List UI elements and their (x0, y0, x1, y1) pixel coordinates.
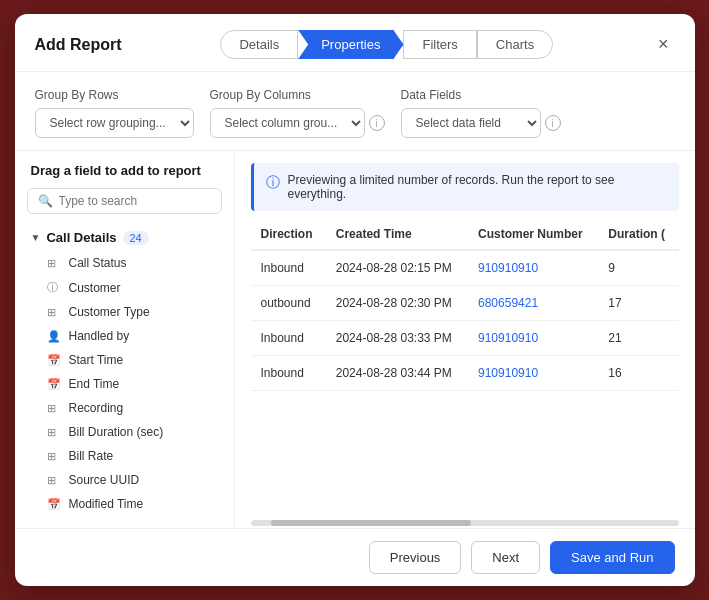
main-content: ⓘ Previewing a limited number of records… (235, 151, 695, 528)
group-by-rows-select[interactable]: Select row grouping... (35, 108, 194, 138)
sidebar-item-bill-rate[interactable]: ⊞ Bill Rate (15, 444, 234, 468)
info-circle-icon: ⓘ (47, 280, 61, 295)
step-properties[interactable]: Properties (298, 30, 403, 59)
sidebar-item-bill-duration[interactable]: ⊞ Bill Duration (sec) (15, 420, 234, 444)
col-direction: Direction (251, 219, 326, 250)
cell-duration: 21 (598, 321, 678, 356)
sidebar-title: Drag a field to add to report (15, 163, 234, 188)
data-fields-select-wrapper: Select data field i (401, 108, 561, 138)
cell-direction: Inbound (251, 356, 326, 391)
save-and-run-button[interactable]: Save and Run (550, 541, 674, 574)
table-row: Inbound2024-08-28 03:33 PM91091091021 (251, 321, 679, 356)
cell-customer-number[interactable]: 680659421 (468, 286, 598, 321)
sidebar-item-label: End Time (69, 377, 120, 391)
sidebar-item-label: Customer (69, 281, 121, 295)
group-by-columns-field: Group By Columns Select column grou... i (210, 88, 385, 138)
call-details-badge: 24 (123, 231, 149, 245)
sidebar-item-modified-time[interactable]: 📅 Modified Time (15, 492, 234, 516)
chevron-down-icon: ▼ (31, 232, 41, 243)
group-by-columns-label: Group By Columns (210, 88, 385, 102)
modal-title: Add Report (35, 36, 122, 54)
sidebar-item-label: Handled by (69, 329, 130, 343)
scrollbar-thumb (271, 520, 471, 526)
sidebar-item-start-time[interactable]: 📅 Start Time (15, 348, 234, 372)
sidebar-item-call-status[interactable]: ⊞ Call Status (15, 251, 234, 275)
sidebar-item-end-time[interactable]: 📅 End Time (15, 372, 234, 396)
sidebar-item-customer-type[interactable]: ⊞ Customer Type (15, 300, 234, 324)
group-by-columns-info-icon[interactable]: i (369, 115, 385, 131)
col-duration: Duration ( (598, 219, 678, 250)
sidebar-item-label: Modified Time (69, 497, 144, 511)
cell-duration: 9 (598, 250, 678, 286)
cell-created-time: 2024-08-28 03:33 PM (326, 321, 468, 356)
group-by-columns-select[interactable]: Select column grou... (210, 108, 365, 138)
cell-created-time: 2024-08-28 02:15 PM (326, 250, 468, 286)
data-fields-field: Data Fields Select data field i (401, 88, 561, 138)
preview-banner: ⓘ Previewing a limited number of records… (251, 163, 679, 211)
col-created-time: Created Time (326, 219, 468, 250)
scrollbar-track (251, 520, 679, 526)
group-by-rows-label: Group By Rows (35, 88, 194, 102)
search-box: 🔍 (27, 188, 222, 214)
sidebar-item-handled-by[interactable]: 👤 Handled by (15, 324, 234, 348)
cell-created-time: 2024-08-28 02:30 PM (326, 286, 468, 321)
cell-customer-number[interactable]: 910910910 (468, 321, 598, 356)
sidebar-item-label: Source UUID (69, 473, 140, 487)
call-details-parent[interactable]: ▼ Call Details 24 (15, 224, 234, 251)
sidebar-item-label: Customer Type (69, 305, 150, 319)
previous-button[interactable]: Previous (369, 541, 462, 574)
step-charts[interactable]: Charts (477, 30, 553, 59)
group-by-rows-select-wrapper: Select row grouping... (35, 108, 194, 138)
sidebar-item-customer[interactable]: ⓘ Customer (15, 275, 234, 300)
sidebar-item-source-uuid[interactable]: ⊞ Source UUID (15, 468, 234, 492)
search-icon: 🔍 (38, 194, 53, 208)
table-row: Inbound2024-08-28 02:15 PM9109109109 (251, 250, 679, 286)
data-fields-select[interactable]: Select data field (401, 108, 541, 138)
nav-steps: Details Properties Filters Charts (220, 30, 553, 59)
close-button[interactable]: × (652, 32, 675, 57)
content-area: Drag a field to add to report 🔍 ▼ Call D… (15, 150, 695, 528)
table-row: Inbound2024-08-28 03:44 PM91091091016 (251, 356, 679, 391)
sidebar: Drag a field to add to report 🔍 ▼ Call D… (15, 151, 235, 528)
cell-created-time: 2024-08-28 03:44 PM (326, 356, 468, 391)
cell-customer-number[interactable]: 910910910 (468, 356, 598, 391)
group-by-rows-field: Group By Rows Select row grouping... (35, 88, 194, 138)
modal-footer: Previous Next Save and Run (15, 528, 695, 586)
step-filters[interactable]: Filters (403, 30, 476, 59)
cell-direction: Inbound (251, 321, 326, 356)
sidebar-item-recording[interactable]: ⊞ Recording (15, 396, 234, 420)
cell-direction: outbound (251, 286, 326, 321)
grid-icon: ⊞ (47, 474, 61, 487)
table-container: Direction Created Time Customer Number D… (235, 219, 695, 518)
tree-section: ▼ Call Details 24 ⊞ Call Status ⓘ Custom… (15, 224, 234, 516)
group-by-row: Group By Rows Select row grouping... Gro… (15, 72, 695, 150)
search-input[interactable] (59, 194, 211, 208)
sidebar-item-label: Bill Rate (69, 449, 114, 463)
step-details[interactable]: Details (220, 30, 298, 59)
add-report-modal: Add Report Details Properties Filters Ch… (15, 14, 695, 586)
cell-duration: 16 (598, 356, 678, 391)
grid-icon: ⊞ (47, 402, 61, 415)
sidebar-item-label: Start Time (69, 353, 124, 367)
cell-customer-number[interactable]: 910910910 (468, 250, 598, 286)
data-fields-info-icon[interactable]: i (545, 115, 561, 131)
col-customer-number: Customer Number (468, 219, 598, 250)
sidebar-item-label: Bill Duration (sec) (69, 425, 164, 439)
data-fields-label: Data Fields (401, 88, 561, 102)
table-row: outbound2024-08-28 02:30 PM68065942117 (251, 286, 679, 321)
grid-icon: ⊞ (47, 257, 61, 270)
grid-icon: ⊞ (47, 450, 61, 463)
group-by-columns-select-wrapper: Select column grou... i (210, 108, 385, 138)
calendar-icon: 📅 (47, 354, 61, 367)
grid-icon: ⊞ (47, 426, 61, 439)
person-icon: 👤 (47, 330, 61, 343)
grid-icon: ⊞ (47, 306, 61, 319)
cell-duration: 17 (598, 286, 678, 321)
cell-direction: Inbound (251, 250, 326, 286)
call-details-label: Call Details (46, 230, 116, 245)
next-button[interactable]: Next (471, 541, 540, 574)
preview-banner-text: Previewing a limited number of records. … (288, 173, 667, 201)
horizontal-scrollbar[interactable] (235, 518, 695, 528)
sidebar-item-label: Recording (69, 401, 124, 415)
table-header-row: Direction Created Time Customer Number D… (251, 219, 679, 250)
